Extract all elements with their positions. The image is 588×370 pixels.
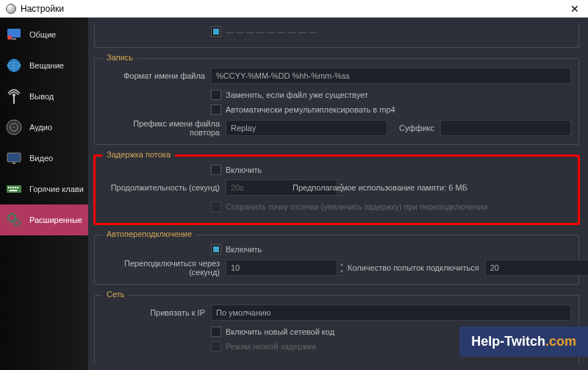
section-title: Задержка потока (102, 150, 175, 159)
duration-label: Продолжительность (секунд) (102, 183, 220, 192)
max-retries-spinner[interactable]: ▲ ▼ (485, 260, 566, 276)
svg-rect-1 (12, 38, 16, 40)
partial-section: — — — — — — — — — (94, 24, 579, 48)
speaker-icon (4, 118, 24, 137)
suffix-label: Суффикс (399, 124, 434, 132)
section-title: Запись (102, 53, 137, 62)
low-latency-label: Режим низкой задержки (226, 342, 316, 351)
retry-delay-input[interactable] (226, 260, 337, 276)
keyboard-icon (4, 179, 24, 199)
svg-rect-17 (15, 187, 16, 188)
sidebar-label: Расширенные (29, 216, 82, 224)
sidebar-item-hotkeys[interactable]: Горячие клави (0, 174, 88, 204)
preserve-checkbox[interactable] (211, 202, 221, 212)
preserve-label: Сохранить точку отсечки (увеличить задер… (226, 202, 487, 211)
reconnect-enable-label: Включить (226, 245, 262, 254)
svg-rect-12 (12, 163, 15, 164)
sidebar-item-stream[interactable]: Вещание (0, 50, 88, 81)
remux-checkbox[interactable] (211, 104, 221, 115)
new-code-label: Включить новый сетевой код (226, 327, 334, 336)
sidebar-label: Аудио (29, 123, 52, 132)
svg-point-21 (14, 220, 20, 226)
titlebar: Настройки ✕ (0, 0, 588, 18)
reconnect-section: Автопереподключение Включить Переподключ… (94, 235, 579, 285)
delay-enable-checkbox[interactable] (211, 165, 221, 175)
recording-section: Запись Формат имени файла Заменять, если… (94, 58, 579, 145)
app-icon (6, 4, 16, 14)
replay-prefix-label: Префикс имени файла повтора (102, 119, 220, 137)
reconnect-enable-checkbox[interactable] (211, 244, 221, 255)
watermark: Help-Twitch.com (459, 327, 588, 357)
checkbox-label: — — — — — — — — — (226, 27, 316, 36)
sidebar-item-output[interactable]: Вывод (0, 81, 88, 112)
new-code-checkbox[interactable] (211, 327, 221, 337)
bind-ip-select[interactable] (211, 305, 571, 321)
svg-rect-19 (10, 190, 17, 191)
svg-point-7 (12, 93, 15, 96)
sidebar-item-video[interactable]: Видео (0, 143, 88, 174)
delay-enable-label: Включить (226, 166, 262, 174)
sidebar-label: Общие (29, 30, 56, 39)
window-title: Настройки (21, 4, 64, 14)
spinner-down-icon[interactable]: ▼ (337, 268, 346, 275)
svg-rect-18 (17, 187, 18, 188)
sidebar-label: Видео (29, 154, 53, 163)
overwrite-label: Заменять, если файл уже существует (226, 90, 368, 99)
sidebar-item-general[interactable]: Общие (0, 19, 88, 50)
sidebar: Общие Вещание Вывод Аудио Видео Горячие … (0, 18, 88, 370)
filename-format-input[interactable] (211, 68, 571, 84)
display-icon (4, 149, 24, 168)
sidebar-item-audio[interactable]: Аудио (0, 112, 88, 143)
svg-rect-11 (7, 153, 21, 162)
max-retries-input[interactable] (485, 260, 588, 276)
sidebar-item-advanced[interactable]: Расширенные (0, 204, 88, 235)
suffix-input[interactable] (440, 120, 571, 136)
spinner-up-icon[interactable]: ▲ (337, 260, 346, 268)
close-icon[interactable]: ✕ (567, 3, 582, 15)
sidebar-label: Горячие клави (29, 185, 84, 193)
filename-format-label: Формат имени файла (102, 71, 205, 80)
low-latency-checkbox[interactable] (211, 341, 221, 352)
overwrite-checkbox[interactable] (211, 90, 221, 100)
section-title: Сеть (102, 290, 129, 299)
gears-icon (4, 210, 24, 230)
duration-spinner[interactable]: ▲ ▼ (226, 179, 281, 196)
stream-delay-section: Задержка потока Включить Продолжительнос… (94, 155, 579, 224)
bind-ip-label: Привязать к IP (102, 308, 205, 317)
remux-label: Автоматически ремультиплексировать в mp4 (226, 105, 395, 114)
retry-delay-label: Переподключиться через (секунд) (102, 259, 220, 277)
section-title: Автопереподключение (102, 230, 196, 238)
monitor-icon (4, 25, 24, 44)
svg-rect-16 (12, 187, 14, 188)
sidebar-label: Вывод (29, 92, 54, 101)
antenna-icon (4, 87, 24, 106)
replay-prefix-input[interactable] (226, 120, 387, 136)
globe-icon (4, 56, 24, 75)
retry-delay-spinner[interactable]: ▲ ▼ (226, 260, 336, 276)
memory-info: Предполагаемое использование памяти: 6 М… (293, 183, 467, 192)
svg-point-10 (12, 126, 15, 129)
max-retries-label: Количество попыток подключиться (348, 263, 479, 272)
content-area: — — — — — — — — — Запись Формат имени фа… (88, 18, 588, 370)
svg-rect-13 (7, 185, 21, 193)
sidebar-label: Вещание (29, 61, 64, 70)
svg-rect-14 (8, 187, 10, 188)
checkbox-unknown-top[interactable] (211, 26, 221, 37)
svg-rect-15 (10, 187, 12, 188)
